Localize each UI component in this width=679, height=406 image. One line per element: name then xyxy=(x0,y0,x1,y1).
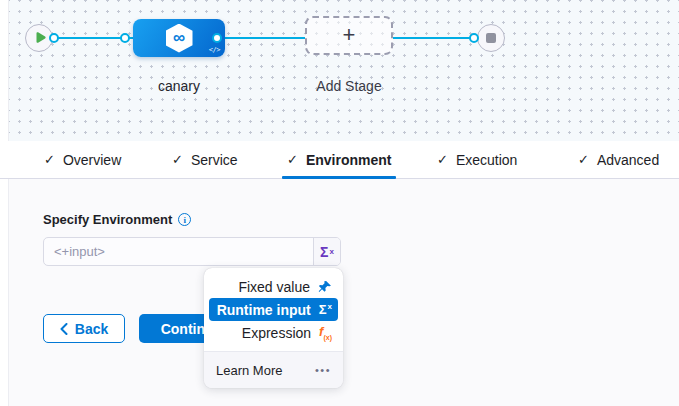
info-icon[interactable]: i xyxy=(178,213,191,226)
stop-icon xyxy=(486,33,496,43)
tab-execution[interactable]: ✓ Execution xyxy=(437,141,517,178)
menu-item-label: Expression xyxy=(242,325,311,341)
learn-more-link[interactable]: Learn More xyxy=(216,363,282,378)
menu-item-runtime-input[interactable]: Runtime input Σx xyxy=(209,298,338,321)
tab-label: Service xyxy=(191,152,238,168)
stage-tabbar: ✓ Overview ✓ Service ✓ Environment ✓ Exe… xyxy=(0,141,679,179)
connection-point[interactable] xyxy=(212,33,222,43)
connector-line xyxy=(217,37,305,39)
check-icon: ✓ xyxy=(172,152,183,167)
tab-label: Environment xyxy=(306,152,392,168)
connection-point[interactable] xyxy=(49,33,59,43)
tab-label: Advanced xyxy=(597,152,659,168)
environment-panel: Specify Environment i Σx Back Continue F… xyxy=(8,179,679,406)
menu-footer: Learn More ••• xyxy=(204,351,343,388)
fx-icon: f(x) xyxy=(319,325,332,341)
pipeline-canvas[interactable]: ∞ </> + canary Add Stage xyxy=(8,0,679,141)
tab-service[interactable]: ✓ Service xyxy=(172,141,238,178)
environment-input[interactable] xyxy=(44,238,313,265)
pin-icon xyxy=(318,280,332,294)
menu-item-expression[interactable]: Expression f(x) xyxy=(209,321,338,344)
runtime-input-toggle-button[interactable]: Σx xyxy=(313,238,340,265)
check-icon: ✓ xyxy=(44,152,55,167)
menu-item-label: Fixed value xyxy=(238,279,310,295)
check-icon: ✓ xyxy=(578,152,589,167)
back-label: Back xyxy=(75,321,108,337)
tab-label: Execution xyxy=(456,152,517,168)
sigma-icon: Σ xyxy=(320,244,328,260)
field-label-text: Specify Environment xyxy=(43,212,172,227)
pipeline-end-node[interactable] xyxy=(477,24,505,52)
environment-input-group: Σx xyxy=(43,237,341,266)
tab-environment[interactable]: ✓ Environment xyxy=(287,141,391,178)
tab-label: Overview xyxy=(63,152,121,168)
menu-item-label: Runtime input xyxy=(217,302,311,318)
stage-label: canary xyxy=(133,78,225,94)
tab-overview[interactable]: ✓ Overview xyxy=(44,141,121,178)
value-type-menu: Fixed value Runtime input Σx Expression … xyxy=(204,268,343,388)
chevron-left-icon xyxy=(60,323,68,335)
sigma-icon: Σx xyxy=(319,303,332,316)
tab-advanced[interactable]: ✓ Advanced xyxy=(578,141,659,178)
pipeline-stage-editor: ∞ </> + canary Add Stage ✓ Overview ✓ Se… xyxy=(0,0,679,406)
field-label: Specify Environment i xyxy=(43,212,191,227)
menu-item-fixed-value[interactable]: Fixed value xyxy=(209,275,338,298)
add-stage-button[interactable]: + xyxy=(305,16,393,55)
code-icon: </> xyxy=(209,46,220,54)
plus-icon: + xyxy=(343,24,356,46)
connection-point[interactable] xyxy=(469,33,479,43)
check-icon: ✓ xyxy=(437,152,448,167)
play-icon xyxy=(35,32,46,44)
connector-line xyxy=(393,37,474,39)
back-button[interactable]: Back xyxy=(43,314,125,343)
cd-stage-icon: ∞ xyxy=(166,24,193,53)
connection-point[interactable] xyxy=(120,33,130,43)
more-options-icon[interactable]: ••• xyxy=(315,364,331,376)
add-stage-label: Add Stage xyxy=(305,78,393,94)
check-icon: ✓ xyxy=(287,152,298,167)
